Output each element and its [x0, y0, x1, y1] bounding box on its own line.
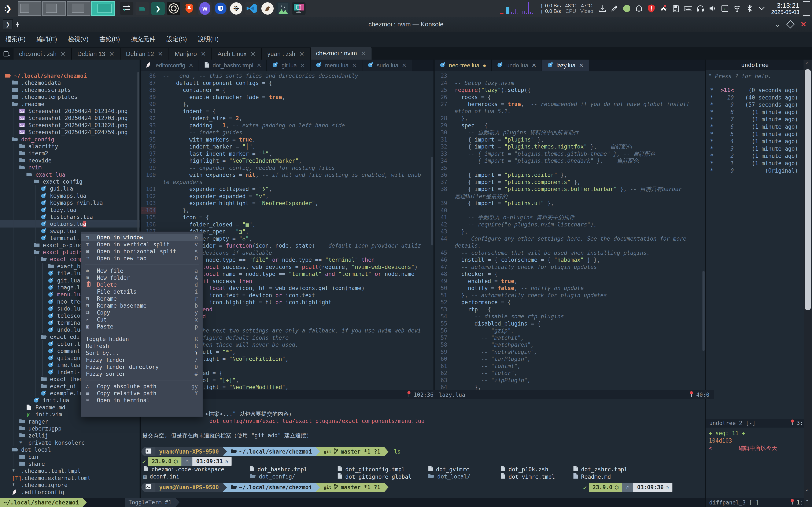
code-line[interactable]: 90 }, — [141, 101, 434, 108]
tab-close-icon[interactable]: ✕ — [361, 50, 366, 57]
recording-dot-icon[interactable] — [622, 4, 631, 13]
window-titlebar[interactable]: chezmoi : nvim — Konsole ❯⌄✕ — [0, 17, 812, 32]
keyboard-icon[interactable] — [683, 4, 693, 13]
tab-close-icon[interactable]: ✕ — [60, 50, 65, 58]
menu-item-paste[interactable]: ▣Pastep — [81, 323, 203, 330]
code-line[interactable]: 86-- end , -- this sorts files and direc… — [141, 72, 434, 79]
minimize-button[interactable]: ⌄ — [775, 21, 780, 28]
tab-close-icon[interactable]: ✕ — [201, 50, 206, 58]
code-line[interactable]: le expanders — [141, 178, 434, 186]
editor-middle-scrollbar[interactable] — [431, 157, 433, 245]
tab-close-icon[interactable]: ✕ — [158, 50, 163, 58]
terminal-tab-chezmoi-nvim[interactable]: chezmoi : nvim✕ — [311, 47, 372, 60]
konsole-icon[interactable]: ❯ — [151, 2, 165, 15]
code-line[interactable]: 53 rtp = { — [435, 306, 705, 313]
tree-item-nvim[interactable]: nvim — [0, 164, 140, 171]
menubar-item-2[interactable]: 檢視(V) — [63, 35, 94, 44]
menubar-item-0[interactable]: 檔案(F) — [0, 35, 31, 44]
code-line[interactable]: 61 -- "tohtml", — [435, 362, 705, 370]
tree-item-alacritty[interactable]: alacritty — [0, 143, 140, 150]
tree-item--.local-share-chezmoi[interactable]: ~/.local/share/chezmoi — [0, 72, 140, 79]
code-line[interactable]: 103 expander_highlight = "NeoTreeExpande… — [141, 200, 434, 207]
code-line[interactable]: 96 indent_marker = "│", — [141, 143, 434, 150]
tree-item-listchars.lua[interactable]: listchars.lua — [0, 213, 140, 221]
tree-item-bin[interactable]: bin — [0, 453, 140, 460]
code-line[interactable]: 97 last_indent_marker = "└", — [141, 150, 434, 157]
terminal-tab-debian-12[interactable]: Debian 12✕ — [120, 48, 169, 60]
buffer-tab-close-icon[interactable]: ✕ — [257, 62, 262, 69]
tree-item-exact-config[interactable]: exact_config — [0, 178, 140, 185]
code-line[interactable]: 56 -- "gzip", — [435, 327, 705, 334]
tree-item-private-konsolerc[interactable]: *private_konsolerc — [0, 439, 140, 446]
scrollbar-thumb[interactable] — [805, 69, 811, 310]
menu-item-fuzzy-finder[interactable]: Fuzzy finder/ — [81, 356, 203, 363]
menu-item-toggle-hidden[interactable]: Toggle hiddenR — [81, 336, 203, 343]
tree-item-.chezmoiignore[interactable]: *.chezmoiignore — [0, 482, 140, 489]
menu-item-open-in-new-tab[interactable]: ⬚Open in new tabO — [81, 255, 203, 262]
ls-entry-dot-gitignore-global[interactable]: dot_gitignore_global — [337, 473, 411, 481]
menu-item-new-folder[interactable]: ⊞New folderA — [81, 274, 203, 281]
code-line[interactable]: 99 -- expander config, needed for nestin… — [141, 164, 434, 172]
window-menu-icon[interactable]: ❯ — [3, 19, 13, 29]
code-line[interactable]: 101 expander_collapsed = "❯", — [141, 185, 434, 193]
code-line[interactable]: 26 rocks = { — [435, 94, 705, 101]
typed-command[interactable]: ls — [394, 448, 401, 455]
wavebox-icon[interactable]: w — [198, 2, 212, 15]
code-line[interactable]: 28 }, — [435, 115, 705, 122]
buffer-tab-neo-tree.lua[interactable]: neo-tree.lua● — [435, 60, 492, 71]
virtual-desktop-pager[interactable] — [18, 1, 116, 16]
code-line[interactable]: 43 }, — [435, 228, 705, 235]
menu-item-copy[interactable]: ⧉Copyy — [81, 309, 203, 316]
tree-item-screenshot-20250424-013628.png[interactable]: Screenshot_20250424_013628.png — [0, 122, 140, 129]
buffer-tab-dot_bashrc.tmpl[interactable]: dot_bashrc.tmpl✕ — [199, 60, 267, 71]
color-picker-icon[interactable] — [610, 4, 619, 13]
menu-item-open-in-vertical-split[interactable]: ◫Open in vertical splitv — [81, 241, 203, 248]
code-line[interactable]: 47 -- automatically check for plugin upd… — [435, 264, 705, 271]
ls-entry-dot-gitconfig.tmpl[interactable]: dot_gitconfig.tmpl — [337, 466, 405, 473]
toggleterm-label-segment[interactable]: ToggleTerm #1 — [125, 498, 175, 507]
code-line[interactable]: 37 { import = "plugins.components" }, — [435, 178, 705, 186]
tab-close-icon[interactable]: ✕ — [109, 50, 114, 58]
buffer-tab-.editorconfig[interactable]: .editorconfig✕ — [141, 60, 199, 71]
code-line[interactable]: 51 }, -- automatically check for plugin … — [435, 292, 705, 299]
buffer-tab-lazy.lua[interactable]: lazy.lua✕ — [542, 60, 589, 71]
ls-entry-dconf.ini[interactable]: ▦dconf.ini — [143, 473, 180, 480]
file-manager-icon[interactable] — [136, 2, 149, 15]
ls-entry-dot-local-[interactable]: dot_local/ — [428, 473, 470, 480]
code-line[interactable]: 32 { import = "plugins.themes.nightfox" … — [435, 143, 705, 150]
tree-item-screenshot-20250424-012140.png[interactable]: Screenshot_20250424_012140.png — [0, 108, 140, 115]
menubar-item-1[interactable]: 編輯(E) — [31, 35, 63, 44]
menu-item-copy-absolute-path[interactable]: ∴Copy absolute pathgy — [81, 383, 203, 390]
code-line[interactable]: --104 }, — [141, 207, 434, 214]
menu-item-fuzzy-finder-directory[interactable]: Fuzzy finder directoryD — [81, 363, 203, 371]
code-line[interactable]: 95 with_markers = true, — [141, 136, 434, 143]
code-line[interactable]: 106 folder_closed = "■", — [141, 221, 434, 228]
menu-item-rename[interactable]: ⊟Renamer — [81, 295, 203, 302]
tree-item-keymaps.lua[interactable]: keymaps.lua — [0, 192, 140, 200]
tree-item-exact-lua[interactable]: exact_lua — [0, 171, 140, 178]
headset-icon[interactable] — [696, 4, 705, 13]
code-line[interactable]: 54 -- disable some rtp plugins — [435, 313, 705, 320]
code-line[interactable]: 42 -- require("o-plugins.nvim-listchars"… — [435, 221, 705, 228]
code-line[interactable]: 24-- Setup lazy.nvim — [435, 79, 705, 87]
buffer-tab-close-icon[interactable]: ✕ — [352, 62, 357, 69]
menu-item-delete[interactable]: Deleted — [81, 281, 203, 288]
code-line[interactable]: 49 enabled = true, — [435, 278, 705, 285]
buffer-tab-git.lua[interactable]: git.lua✕ — [267, 60, 311, 71]
ls-entry-dot-gvimrc[interactable]: dot_gvimrc — [428, 466, 469, 473]
code-line[interactable]: 45 -- colorscheme that will be used when… — [435, 249, 705, 257]
code-line[interactable]: 40 — [435, 207, 705, 214]
code-line[interactable]: 87 default_component_configs = { — [141, 79, 434, 87]
tree-item-.editorconfig[interactable]: .editorconfig — [0, 489, 140, 496]
modified-dot-icon[interactable]: ● — [483, 62, 486, 69]
code-line[interactable]: 58 -- "matchparen", — [435, 341, 705, 348]
tweaks-icon[interactable] — [120, 2, 134, 15]
ls-entry-dot-vimrc.tmpl[interactable]: dot_vimrc.tmpl — [501, 473, 555, 481]
tree-item-.readme[interactable]: .readme — [0, 101, 140, 108]
notifications-icon[interactable] — [635, 4, 644, 13]
keep-above-pin-icon[interactable] — [15, 21, 21, 27]
scroll-down-arrow[interactable]: ⌄ — [805, 496, 809, 503]
pager-desktop-2[interactable] — [42, 1, 66, 16]
code-line[interactable]: 44 -- Configure any other settings here.… — [435, 235, 705, 242]
tree-item-.chezmoidata[interactable]: .chezmoidata — [0, 79, 140, 87]
